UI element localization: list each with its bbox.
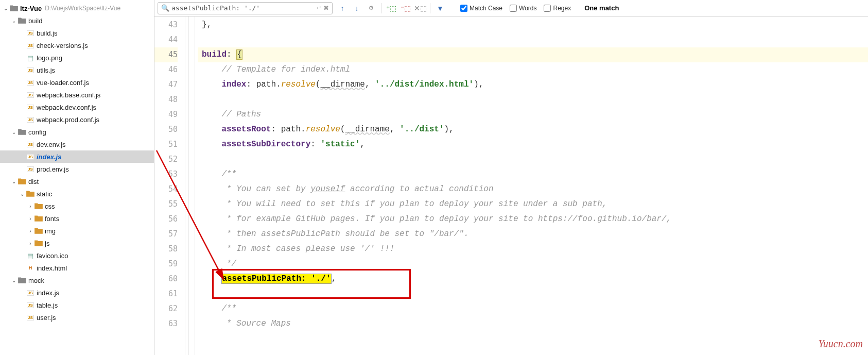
match-options-icon[interactable]: ⚙ — [366, 3, 377, 14]
tree-item-utils.js[interactable]: JSutils.js — [0, 64, 154, 76]
tree-item-dist[interactable]: ⌄dist — [0, 175, 154, 188]
search-input-box[interactable]: 🔍 ↵ ✖ — [158, 2, 333, 14]
code-editor[interactable]: 4344454647484950515253545556575859606162… — [154, 16, 868, 355]
tree-item-fonts[interactable]: ›fonts — [0, 212, 154, 225]
search-icon: 🔍 — [161, 4, 169, 12]
project-tree[interactable]: ⌄ltz-VueD:\VuejsWorkSpace\ltz-Vue ⌄build… — [0, 0, 154, 355]
select-all-icon[interactable]: ✕⬚ — [414, 3, 426, 14]
regex-checkbox[interactable]: Regex — [544, 5, 571, 12]
watermark: Yuucn.com — [819, 338, 863, 350]
tree-item-img[interactable]: ›img — [0, 225, 154, 237]
tree-item-webpack.prod.conf.js[interactable]: JSwebpack.prod.conf.js — [0, 113, 154, 126]
tree-item-webpack.dev.conf.js[interactable]: JSwebpack.dev.conf.js — [0, 101, 154, 113]
tree-item-build[interactable]: ⌄build — [0, 14, 154, 27]
clear-search-icon[interactable]: ✖ — [323, 4, 329, 12]
remove-selection-icon[interactable]: ⁻⬚ — [400, 3, 411, 14]
tree-item-static[interactable]: ⌄static — [0, 188, 154, 200]
tree-item-ltz-Vue[interactable]: ⌄ltz-VueD:\VuejsWorkSpace\ltz-Vue — [0, 2, 154, 14]
tree-item-webpack.base.conf.js[interactable]: JSwebpack.base.conf.js — [0, 89, 154, 101]
tree-item-css[interactable]: ›css — [0, 200, 154, 212]
match-count: One match — [584, 4, 619, 12]
tree-item-mock[interactable]: ⌄mock — [0, 274, 154, 286]
tree-item-js[interactable]: ›js — [0, 237, 154, 249]
add-selection-icon[interactable]: ⁺⬚ — [386, 3, 397, 14]
tree-item-check-versions.js[interactable]: JScheck-versions.js — [0, 39, 154, 52]
prev-match-button[interactable]: ↑ — [337, 3, 348, 14]
enter-hint-icon: ↵ — [317, 5, 321, 11]
tree-item-user.js[interactable]: JSuser.js — [0, 311, 154, 324]
fold-strip[interactable] — [185, 16, 198, 355]
code-area[interactable]: },build: { // Template for index.html in… — [198, 16, 868, 355]
tree-item-table.js[interactable]: JStable.js — [0, 299, 154, 311]
tree-item-index.js[interactable]: JSindex.js — [0, 286, 154, 299]
tree-item-build.js[interactable]: JSbuild.js — [0, 27, 154, 39]
search-input[interactable] — [171, 4, 317, 12]
filter-icon[interactable]: ▼ — [435, 3, 446, 14]
search-toolbar: 🔍 ↵ ✖ ↑ ↓ ⚙ ⁺⬚ ⁻⬚ ✕⬚ ▼ Match Case Words … — [154, 0, 868, 16]
words-checkbox[interactable]: Words — [510, 5, 536, 12]
tree-item-logo.png[interactable]: ▤logo.png — [0, 52, 154, 64]
tree-item-favicon.ico[interactable]: ▤favicon.ico — [0, 249, 154, 262]
next-match-button[interactable]: ↓ — [351, 3, 362, 14]
tree-item-index.js[interactable]: JSindex.js — [0, 150, 154, 163]
match-case-checkbox[interactable]: Match Case — [460, 5, 502, 12]
line-gutter: 4344454647484950515253545556575859606162… — [154, 16, 185, 355]
tree-item-dev.env.js[interactable]: JSdev.env.js — [0, 138, 154, 150]
tree-item-index.html[interactable]: Hindex.html — [0, 262, 154, 274]
tree-item-prod.env.js[interactable]: JSprod.env.js — [0, 163, 154, 175]
tree-item-config[interactable]: ⌄config — [0, 126, 154, 138]
tree-item-vue-loader.conf.js[interactable]: JSvue-loader.conf.js — [0, 76, 154, 89]
